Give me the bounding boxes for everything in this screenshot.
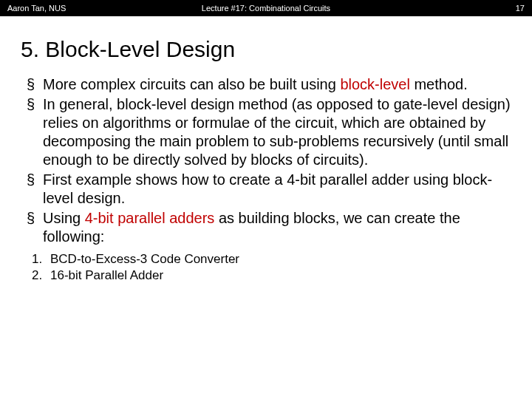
- header-page-number: 17: [516, 4, 525, 13]
- bullet-highlight: 4-bit parallel adders: [85, 210, 215, 226]
- bullet-text-pre: More complex circuits can also be built …: [43, 76, 340, 92]
- numbered-sublist: BCD-to-Excess-3 Code Converter 16-bit Pa…: [46, 252, 511, 283]
- header-lecture: Lecture #17: Combinational Circuits: [0, 4, 532, 13]
- bullet-item: First example shows how to create a 4-bi…: [27, 171, 511, 208]
- bullet-text-pre: First example shows how to create a 4-bi…: [43, 171, 492, 206]
- slide-header: Aaron Tan, NUS Lecture #17: Combinationa…: [0, 0, 532, 16]
- bullet-text-pre: Using: [43, 210, 85, 226]
- sublist-item: BCD-to-Excess-3 Code Converter: [46, 252, 511, 267]
- slide-title: 5. Block-Level Design: [21, 37, 511, 62]
- bullet-item: More complex circuits can also be built …: [27, 75, 511, 94]
- bullet-text-pre: In general, block-level design method (a…: [43, 96, 511, 168]
- slide-content: 5. Block-Level Design More complex circu…: [0, 16, 532, 283]
- bullet-list: More complex circuits can also be built …: [27, 75, 511, 246]
- bullet-text-post: method.: [410, 76, 468, 92]
- bullet-highlight: block-level: [340, 76, 409, 92]
- sublist-item: 16-bit Parallel Adder: [46, 268, 511, 283]
- bullet-item: In general, block-level design method (a…: [27, 95, 511, 169]
- bullet-item: Using 4-bit parallel adders as building …: [27, 209, 511, 246]
